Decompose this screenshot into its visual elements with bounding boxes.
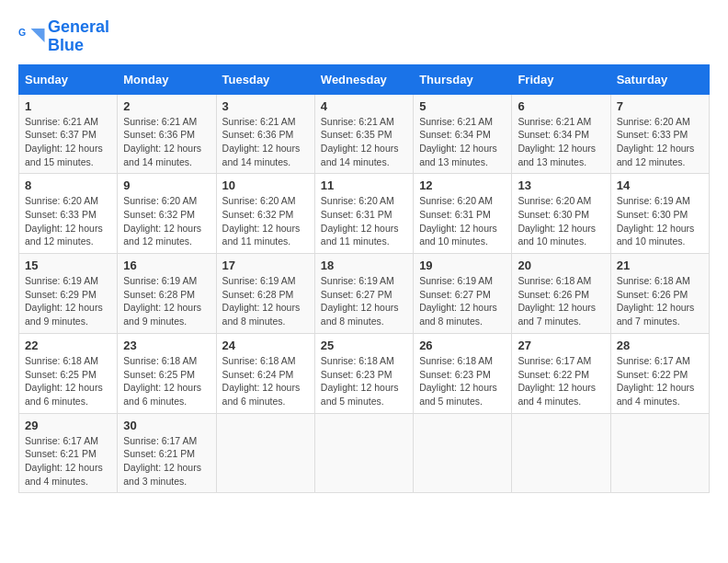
calendar-cell [610, 413, 709, 493]
day-number: 22 [25, 339, 111, 352]
calendar-cell: 1 Sunrise: 6:21 AM Sunset: 6:37 PM Dayli… [19, 94, 118, 174]
day-info: Sunrise: 6:19 AM Sunset: 6:28 PM Dayligh… [123, 274, 210, 328]
day-info: Sunrise: 6:20 AM Sunset: 6:31 PM Dayligh… [419, 194, 506, 248]
day-number: 2 [123, 99, 210, 113]
calendar-cell: 5 Sunrise: 6:21 AM Sunset: 6:34 PM Dayli… [414, 94, 512, 174]
day-number: 7 [617, 99, 703, 113]
day-number: 26 [419, 339, 506, 352]
calendar-week-3: 15 Sunrise: 6:19 AM Sunset: 6:29 PM Dayl… [19, 254, 710, 334]
svg-text:G: G [18, 26, 26, 37]
day-info: Sunrise: 6:20 AM Sunset: 6:32 PM Dayligh… [222, 194, 309, 248]
calendar-cell: 26 Sunrise: 6:18 AM Sunset: 6:23 PM Dayl… [414, 333, 512, 413]
calendar-cell: 28 Sunrise: 6:17 AM Sunset: 6:22 PM Dayl… [610, 333, 709, 413]
day-info: Sunrise: 6:17 AM Sunset: 6:21 PM Dayligh… [25, 434, 111, 488]
calendar-cell: 2 Sunrise: 6:21 AM Sunset: 6:36 PM Dayli… [118, 94, 216, 174]
day-number: 28 [617, 339, 703, 352]
day-number: 27 [518, 339, 604, 352]
calendar-cell: 22 Sunrise: 6:18 AM Sunset: 6:25 PM Dayl… [19, 333, 118, 413]
calendar-cell [216, 413, 314, 493]
day-info: Sunrise: 6:21 AM Sunset: 6:34 PM Dayligh… [419, 115, 506, 169]
calendar-cell: 4 Sunrise: 6:21 AM Sunset: 6:35 PM Dayli… [314, 94, 413, 174]
calendar-cell: 19 Sunrise: 6:19 AM Sunset: 6:27 PM Dayl… [414, 254, 512, 334]
day-number: 30 [123, 419, 210, 432]
day-number: 14 [617, 178, 703, 192]
day-number: 5 [419, 99, 506, 113]
day-header-sunday: Sunday [19, 64, 118, 94]
calendar-cell: 29 Sunrise: 6:17 AM Sunset: 6:21 PM Dayl… [19, 413, 118, 493]
calendar-week-2: 8 Sunrise: 6:20 AM Sunset: 6:33 PM Dayli… [19, 174, 710, 254]
calendar-cell: 10 Sunrise: 6:20 AM Sunset: 6:32 PM Dayl… [216, 174, 314, 254]
day-number: 17 [222, 259, 309, 272]
calendar-body: 1 Sunrise: 6:21 AM Sunset: 6:37 PM Dayli… [19, 94, 710, 493]
day-info: Sunrise: 6:17 AM Sunset: 6:22 PM Dayligh… [518, 354, 604, 408]
day-number: 21 [617, 259, 703, 272]
day-info: Sunrise: 6:19 AM Sunset: 6:29 PM Dayligh… [25, 274, 111, 328]
day-number: 4 [321, 99, 407, 113]
calendar-header-row: SundayMondayTuesdayWednesdayThursdayFrid… [19, 64, 710, 94]
day-header-saturday: Saturday [610, 64, 709, 94]
day-number: 15 [25, 259, 111, 272]
day-info: Sunrise: 6:17 AM Sunset: 6:22 PM Dayligh… [617, 354, 703, 408]
calendar-cell: 9 Sunrise: 6:20 AM Sunset: 6:32 PM Dayli… [118, 174, 216, 254]
calendar-cell: 23 Sunrise: 6:18 AM Sunset: 6:25 PM Dayl… [118, 333, 216, 413]
calendar-cell: 24 Sunrise: 6:18 AM Sunset: 6:24 PM Dayl… [216, 333, 314, 413]
day-info: Sunrise: 6:18 AM Sunset: 6:26 PM Dayligh… [518, 274, 604, 328]
day-info: Sunrise: 6:20 AM Sunset: 6:31 PM Dayligh… [321, 194, 407, 248]
calendar-week-1: 1 Sunrise: 6:21 AM Sunset: 6:37 PM Dayli… [19, 94, 710, 174]
day-number: 13 [518, 178, 604, 192]
calendar-cell: 6 Sunrise: 6:21 AM Sunset: 6:34 PM Dayli… [512, 94, 610, 174]
day-number: 24 [222, 339, 309, 352]
calendar-cell [414, 413, 512, 493]
day-info: Sunrise: 6:19 AM Sunset: 6:30 PM Dayligh… [617, 194, 703, 248]
day-info: Sunrise: 6:18 AM Sunset: 6:25 PM Dayligh… [123, 354, 210, 408]
day-number: 19 [419, 259, 506, 272]
calendar-cell: 12 Sunrise: 6:20 AM Sunset: 6:31 PM Dayl… [414, 174, 512, 254]
logo-text: General Blue [48, 18, 109, 55]
day-info: Sunrise: 6:21 AM Sunset: 6:36 PM Dayligh… [222, 115, 309, 169]
day-number: 20 [518, 259, 604, 272]
calendar-cell: 21 Sunrise: 6:18 AM Sunset: 6:26 PM Dayl… [610, 254, 709, 334]
calendar-cell [512, 413, 610, 493]
calendar-week-5: 29 Sunrise: 6:17 AM Sunset: 6:21 PM Dayl… [19, 413, 710, 493]
day-header-wednesday: Wednesday [314, 64, 413, 94]
svg-marker-1 [31, 29, 45, 42]
day-number: 11 [321, 178, 407, 192]
calendar-cell: 11 Sunrise: 6:20 AM Sunset: 6:31 PM Dayl… [314, 174, 413, 254]
calendar-cell: 27 Sunrise: 6:17 AM Sunset: 6:22 PM Dayl… [512, 333, 610, 413]
calendar-week-4: 22 Sunrise: 6:18 AM Sunset: 6:25 PM Dayl… [19, 333, 710, 413]
day-number: 1 [25, 99, 111, 113]
calendar-cell: 16 Sunrise: 6:19 AM Sunset: 6:28 PM Dayl… [118, 254, 216, 334]
calendar-cell: 20 Sunrise: 6:18 AM Sunset: 6:26 PM Dayl… [512, 254, 610, 334]
day-number: 6 [518, 99, 604, 113]
day-info: Sunrise: 6:19 AM Sunset: 6:27 PM Dayligh… [321, 274, 407, 328]
day-info: Sunrise: 6:18 AM Sunset: 6:23 PM Dayligh… [321, 354, 407, 408]
day-number: 12 [419, 178, 506, 192]
day-number: 8 [25, 178, 111, 192]
calendar-cell [314, 413, 413, 493]
day-info: Sunrise: 6:17 AM Sunset: 6:21 PM Dayligh… [123, 434, 210, 488]
day-info: Sunrise: 6:18 AM Sunset: 6:23 PM Dayligh… [419, 354, 506, 408]
day-info: Sunrise: 6:21 AM Sunset: 6:37 PM Dayligh… [25, 115, 111, 169]
day-number: 16 [123, 259, 210, 272]
page-header: G General Blue [18, 18, 710, 55]
calendar-cell: 18 Sunrise: 6:19 AM Sunset: 6:27 PM Dayl… [314, 254, 413, 334]
calendar-cell: 30 Sunrise: 6:17 AM Sunset: 6:21 PM Dayl… [118, 413, 216, 493]
logo: G General Blue [18, 18, 109, 55]
day-info: Sunrise: 6:20 AM Sunset: 6:33 PM Dayligh… [617, 115, 703, 169]
calendar-cell: 17 Sunrise: 6:19 AM Sunset: 6:28 PM Dayl… [216, 254, 314, 334]
calendar-cell: 14 Sunrise: 6:19 AM Sunset: 6:30 PM Dayl… [610, 174, 709, 254]
calendar-cell: 7 Sunrise: 6:20 AM Sunset: 6:33 PM Dayli… [610, 94, 709, 174]
day-info: Sunrise: 6:21 AM Sunset: 6:36 PM Dayligh… [123, 115, 210, 169]
calendar-cell: 25 Sunrise: 6:18 AM Sunset: 6:23 PM Dayl… [314, 333, 413, 413]
day-info: Sunrise: 6:20 AM Sunset: 6:30 PM Dayligh… [518, 194, 604, 248]
day-number: 3 [222, 99, 309, 113]
day-header-thursday: Thursday [414, 64, 512, 94]
day-info: Sunrise: 6:20 AM Sunset: 6:33 PM Dayligh… [25, 194, 111, 248]
calendar-cell: 8 Sunrise: 6:20 AM Sunset: 6:33 PM Dayli… [19, 174, 118, 254]
day-header-tuesday: Tuesday [216, 64, 314, 94]
day-info: Sunrise: 6:20 AM Sunset: 6:32 PM Dayligh… [123, 194, 210, 248]
day-info: Sunrise: 6:19 AM Sunset: 6:27 PM Dayligh… [419, 274, 506, 328]
calendar-cell: 3 Sunrise: 6:21 AM Sunset: 6:36 PM Dayli… [216, 94, 314, 174]
day-number: 9 [123, 178, 210, 192]
day-number: 29 [25, 419, 111, 432]
